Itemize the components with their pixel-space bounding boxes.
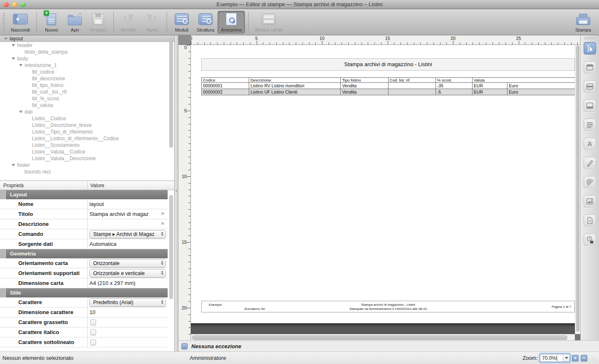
property-text-value[interactable]: Automatica	[89, 241, 116, 247]
property-checkbox[interactable]	[90, 329, 96, 335]
ruler-tick	[188, 301, 191, 302]
modules-icon	[173, 12, 190, 26]
moduli-button[interactable]: Moduli	[170, 11, 193, 34]
horizontal-scrollbar-thumb[interactable]	[192, 335, 567, 340]
tree-item-bounds-rect[interactable]: bounds rect	[0, 168, 174, 175]
tree-item-intestazione-1[interactable]: intestazione_1	[0, 62, 174, 69]
tree-scrollbar[interactable]	[169, 39, 173, 148]
property-dropdown[interactable]: Orizzontale	[89, 259, 166, 267]
label-tool-icon[interactable]: A	[584, 138, 596, 150]
table-header-row: CodiceDescrizioneTipo listinoCod. list. …	[202, 78, 576, 83]
tree-item-listini-valuta-descrizione[interactable]: Listini__Valuta__Descrizione	[0, 155, 174, 162]
apri-button[interactable]: Apri	[63, 11, 87, 34]
close-button[interactable]	[4, 2, 9, 7]
tree-item-listini-tipo-di-riferimento[interactable]: Listini__Tipo_di_riferimento	[0, 129, 174, 135]
ruler-tick	[401, 42, 401, 45]
tree-item-lbl-tipo-listino[interactable]: lbl_tipo_listino	[0, 82, 174, 89]
text-lines-tool-icon[interactable]	[584, 119, 596, 131]
ruler-tick	[577, 42, 578, 45]
datetime-tool-icon[interactable]	[584, 233, 596, 246]
property-text-value[interactable]: 10	[89, 309, 95, 315]
zoom-dropdown-button[interactable]	[563, 354, 569, 362]
property-text-value[interactable]: layout	[89, 201, 104, 207]
property-checkbox[interactable]	[90, 339, 96, 345]
page-shadow	[191, 323, 580, 334]
property-value: 10	[87, 307, 168, 317]
zoom-in-button[interactable]: +	[572, 355, 579, 362]
ruler-tick	[302, 42, 303, 45]
disclosure-triangle-icon[interactable]	[12, 164, 15, 166]
ruler-tick	[315, 42, 316, 45]
tree-item-lbl-valuta[interactable]: lbl_valuta	[0, 102, 174, 109]
tree-item-lbl-descrizione[interactable]: lbl_descrizione	[0, 75, 174, 82]
property-dropdown[interactable]: Orizzontale e verticale	[89, 269, 166, 277]
tree-item-lbl-cod-list-rif-[interactable]: lbl_cod._list._rif.	[0, 89, 174, 95]
property-checkbox[interactable]	[90, 319, 96, 325]
ruler-tick	[188, 327, 191, 328]
struttura-button[interactable]: Struttura	[193, 11, 218, 34]
minimize-button[interactable]	[12, 2, 17, 7]
section-title: Geometria	[6, 249, 168, 258]
property-dropdown[interactable]: Predefinito (Arial)	[89, 298, 166, 307]
tree-item-listini-scostamento[interactable]: Listini__Scostamento	[0, 142, 174, 149]
image-tool-icon[interactable]	[584, 195, 596, 208]
tree-item-listini-codice[interactable]: Listini__Codice	[0, 115, 174, 122]
property-row: TitoloStampa archivi di magaz⚑	[0, 209, 168, 219]
property-value: Orizzontale e verticale	[87, 268, 168, 278]
ruler-tick	[466, 42, 467, 45]
disclosure-triangle-icon[interactable]	[12, 44, 15, 47]
ruler-tick	[479, 42, 480, 45]
vertical-scrollbar-thumb[interactable]	[576, 46, 579, 332]
property-text-value[interactable]: Stampa archivi di magaz	[89, 211, 149, 217]
property-dropdown[interactable]: Stampe ▸ Archivi di Magaz	[89, 230, 166, 238]
vertical-ruler: 05101520	[178, 45, 191, 340]
disclosure-triangle-icon[interactable]	[4, 37, 7, 40]
tree-item-listini-descrizione-breve[interactable]: Listini__Descrizione_breve	[0, 122, 174, 129]
toolbar-separator	[113, 12, 114, 31]
print-button[interactable]: Stampa	[572, 11, 595, 34]
preview-row: 0510152025 05101520 Stampa archivi di ma…	[178, 35, 599, 340]
panel-splitter[interactable]	[175, 35, 178, 352]
tree-item-footer[interactable]: footer	[0, 162, 174, 168]
nuovo-button[interactable]: Nuovo	[40, 11, 63, 34]
ruler-tick	[532, 42, 532, 45]
band-middle-tool-icon[interactable]	[584, 80, 596, 93]
ruler-tick	[188, 130, 191, 131]
property-section-stile: Stile	[0, 288, 168, 297]
horizontal-scrollbar[interactable]	[191, 334, 575, 340]
tree-item-body[interactable]: body	[0, 55, 174, 62]
properties-scrollbar[interactable]	[169, 195, 173, 299]
tree-item-listini-valuta-codice[interactable]: Listini__Valuta__Codice	[0, 149, 174, 155]
tree-item-listini-listino-di-riferimento-codice[interactable]: Listini__Listino_di_riferimento__Codice	[0, 135, 174, 142]
page-number-tool-icon[interactable]: -3-	[584, 214, 596, 227]
ruler-tick	[525, 42, 525, 45]
tree-item-layout[interactable]: layout	[0, 35, 174, 42]
scrollbar-corner	[575, 334, 580, 340]
tree-item-label: lbl_tipo_listino	[32, 82, 63, 88]
disclosure-triangle-icon[interactable]	[19, 111, 22, 113]
tree-item-lbl-codice[interactable]: lbl_codice	[0, 69, 174, 75]
property-value	[87, 337, 168, 347]
property-text-value[interactable]: A4 (210 x 297 mm)	[89, 280, 136, 286]
disclosure-triangle-icon[interactable]	[19, 64, 22, 67]
disclosure-triangle-icon[interactable]	[12, 57, 15, 60]
tree-item-header[interactable]: header	[0, 42, 174, 49]
properties-rows: LayoutNomelayoutTitoloStampa archivi di …	[0, 190, 168, 347]
zoom-window-button[interactable]	[20, 2, 25, 7]
hatch-tool-icon[interactable]	[584, 176, 596, 188]
ruler-tick	[427, 42, 427, 45]
zoom-out-button[interactable]: −	[581, 355, 587, 362]
tree-item-lbl-scost-[interactable]: lbl_%_scost.	[0, 95, 174, 102]
ruler-tick	[493, 42, 493, 45]
zoom-input[interactable]: 70.0%	[540, 354, 570, 362]
pen-tool-icon[interactable]	[584, 157, 596, 169]
vertical-scrollbar[interactable]	[575, 45, 580, 334]
tree-item-dati[interactable]: dati	[0, 109, 174, 115]
band-top-tool-icon[interactable]	[584, 61, 596, 74]
anteprima-button[interactable]: Anteprima	[218, 11, 245, 34]
tree-item-titolo-della-stampa[interactable]: titolo_della_stampa	[0, 49, 174, 55]
band-bottom-tool-icon[interactable]	[584, 99, 596, 112]
cursor-tool-icon[interactable]	[584, 42, 596, 54]
properties-panel: LayoutNomelayoutTitoloStampa archivi di …	[0, 190, 174, 352]
nascondi-button[interactable]: Nascondi	[7, 11, 33, 34]
